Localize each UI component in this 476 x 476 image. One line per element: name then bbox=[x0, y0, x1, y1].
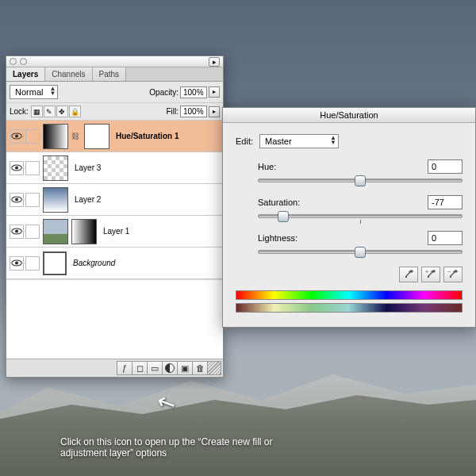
layers-empty-area bbox=[6, 279, 223, 359]
edit-select-value: Master bbox=[265, 136, 292, 146]
new-group-button[interactable]: ▭ bbox=[147, 361, 163, 375]
lock-position-icon[interactable]: ✥ bbox=[56, 106, 68, 117]
layer-name[interactable]: Background bbox=[73, 259, 115, 267]
layer-fx-button[interactable]: ƒ bbox=[117, 361, 132, 375]
new-adjustment-layer-button[interactable] bbox=[162, 361, 178, 375]
saturation-slider-block: Saturation: -77 bbox=[258, 195, 463, 218]
delete-layer-button[interactable]: 🗑 bbox=[192, 361, 208, 375]
layers-bottom-bar: ƒ ◻ ▭ ▣ 🗑 bbox=[6, 359, 223, 377]
eyedropper-subtract-button[interactable]: − bbox=[443, 267, 463, 282]
link-toggle[interactable] bbox=[25, 129, 40, 144]
layer-row-layer3[interactable]: Layer 3 bbox=[6, 152, 223, 184]
mask-link-icon[interactable]: ⛓ bbox=[71, 132, 79, 140]
layer-row-background[interactable]: Background bbox=[6, 248, 223, 279]
spectrum-after bbox=[236, 303, 463, 313]
svg-point-7 bbox=[15, 229, 18, 232]
chevron-updown-icon: ▲▼ bbox=[50, 86, 56, 96]
hue-label: Hue: bbox=[258, 162, 428, 171]
slider-thumb-icon[interactable] bbox=[278, 211, 289, 222]
layer-thumb-icon bbox=[43, 155, 68, 181]
blend-opacity-row: Normal ▲▼ Opacity: 100% ▸ bbox=[6, 82, 223, 103]
link-toggle[interactable] bbox=[25, 256, 40, 271]
link-toggle[interactable] bbox=[25, 225, 40, 239]
lock-fill-row: Lock: ▦ ✎ ✥ 🔒 Fill: 100% ▸ bbox=[6, 103, 223, 121]
svg-point-3 bbox=[15, 166, 18, 169]
layer-thumb-icon bbox=[43, 187, 68, 213]
lightness-slider[interactable] bbox=[258, 250, 463, 254]
layer-row-layer2[interactable]: Layer 2 bbox=[6, 184, 223, 216]
blend-mode-select[interactable]: Normal ▲▼ bbox=[10, 85, 58, 99]
eyedropper-button[interactable] bbox=[399, 267, 418, 282]
panel-tabs: Layers Channels Paths bbox=[6, 67, 223, 82]
adjustment-icon bbox=[165, 363, 175, 373]
layers-panel: ▸ Layers Channels Paths Normal ▲▼ Opacit… bbox=[6, 56, 224, 378]
lock-label: Lock: bbox=[10, 107, 29, 116]
layer-thumb-icon bbox=[43, 251, 67, 275]
eyedropper-row: + − bbox=[236, 267, 463, 282]
layer-name[interactable]: Layer 2 bbox=[75, 195, 101, 204]
visibility-toggle[interactable] bbox=[10, 161, 24, 175]
panel-titlebar[interactable]: ▸ bbox=[6, 56, 223, 67]
panel-menu-button[interactable]: ▸ bbox=[209, 57, 220, 67]
blend-mode-value: Normal bbox=[15, 87, 43, 97]
visibility-toggle[interactable] bbox=[10, 256, 24, 271]
eyedropper-add-button[interactable]: + bbox=[421, 267, 440, 282]
new-layer-button[interactable]: ▣ bbox=[177, 361, 193, 375]
slider-thumb-icon[interactable] bbox=[355, 175, 366, 186]
close-window-icon[interactable] bbox=[10, 58, 17, 65]
fill-label: Fill: bbox=[166, 107, 178, 116]
link-toggle[interactable] bbox=[25, 161, 40, 175]
svg-text:+: + bbox=[425, 269, 428, 274]
lightness-label: Lightness: bbox=[258, 233, 428, 243]
svg-point-5 bbox=[15, 198, 18, 201]
saturation-slider[interactable] bbox=[258, 214, 463, 218]
layer-row-hue-saturation[interactable]: ⛓ Hue/Saturation 1 bbox=[6, 121, 223, 152]
opacity-label: Opacity: bbox=[149, 88, 178, 97]
add-mask-button[interactable]: ◻ bbox=[132, 361, 148, 375]
layer-name[interactable]: Hue/Saturation 1 bbox=[116, 132, 178, 140]
lock-pixels-icon[interactable]: ✎ bbox=[44, 106, 56, 117]
adjustment-thumb-icon bbox=[43, 124, 68, 149]
opacity-flyout-button[interactable]: ▸ bbox=[209, 86, 220, 98]
svg-text:−: − bbox=[447, 269, 451, 274]
layer-name[interactable]: Layer 1 bbox=[103, 227, 129, 236]
lightness-input[interactable]: 0 bbox=[428, 231, 463, 245]
minimize-window-icon[interactable] bbox=[20, 58, 27, 65]
mask-thumb-icon[interactable] bbox=[84, 124, 109, 149]
saturation-label: Saturation: bbox=[258, 198, 428, 207]
saturation-input[interactable]: -77 bbox=[428, 195, 463, 209]
window-buttons[interactable] bbox=[10, 58, 27, 65]
layer-thumb-icon bbox=[43, 219, 68, 244]
link-toggle[interactable] bbox=[25, 193, 40, 207]
lock-all-icon[interactable]: 🔒 bbox=[69, 106, 81, 117]
edit-select[interactable]: Master ▲▼ bbox=[259, 134, 339, 148]
fill-input[interactable]: 100% bbox=[180, 106, 207, 117]
center-tick-icon bbox=[360, 220, 361, 224]
spectrum-before bbox=[236, 290, 463, 300]
opacity-input[interactable]: 100% bbox=[180, 86, 207, 98]
callout-text: Click on this icon to open up the “Creat… bbox=[60, 436, 290, 459]
layer-list: ⛓ Hue/Saturation 1 Layer 3 Layer 2 Layer… bbox=[6, 121, 223, 279]
layer-name[interactable]: Layer 3 bbox=[75, 163, 101, 172]
edit-label: Edit: bbox=[236, 136, 253, 146]
visibility-toggle[interactable] bbox=[10, 129, 24, 144]
dialog-title[interactable]: Hue/Saturation bbox=[223, 108, 475, 123]
chevron-updown-icon: ▲▼ bbox=[330, 136, 336, 145]
hue-slider-block: Hue: 0 bbox=[258, 159, 463, 182]
visibility-toggle[interactable] bbox=[10, 193, 24, 207]
mask-thumb-icon[interactable] bbox=[71, 219, 97, 244]
hue-input[interactable]: 0 bbox=[428, 159, 463, 174]
layer-row-layer1[interactable]: Layer 1 bbox=[6, 216, 223, 248]
hue-saturation-dialog: Hue/Saturation Edit: Master ▲▼ Hue: 0 Sa… bbox=[222, 107, 476, 328]
svg-point-9 bbox=[15, 261, 18, 264]
tab-layers[interactable]: Layers bbox=[6, 67, 45, 81]
tab-channels[interactable]: Channels bbox=[45, 67, 92, 81]
resize-grip-icon[interactable] bbox=[207, 361, 221, 375]
slider-thumb-icon[interactable] bbox=[355, 247, 366, 258]
tab-paths[interactable]: Paths bbox=[93, 67, 127, 81]
visibility-toggle[interactable] bbox=[10, 225, 24, 239]
lightness-slider-block: Lightness: 0 bbox=[258, 231, 463, 254]
fill-flyout-button[interactable]: ▸ bbox=[209, 106, 220, 117]
hue-slider[interactable] bbox=[258, 178, 463, 182]
lock-transparency-icon[interactable]: ▦ bbox=[31, 106, 43, 117]
